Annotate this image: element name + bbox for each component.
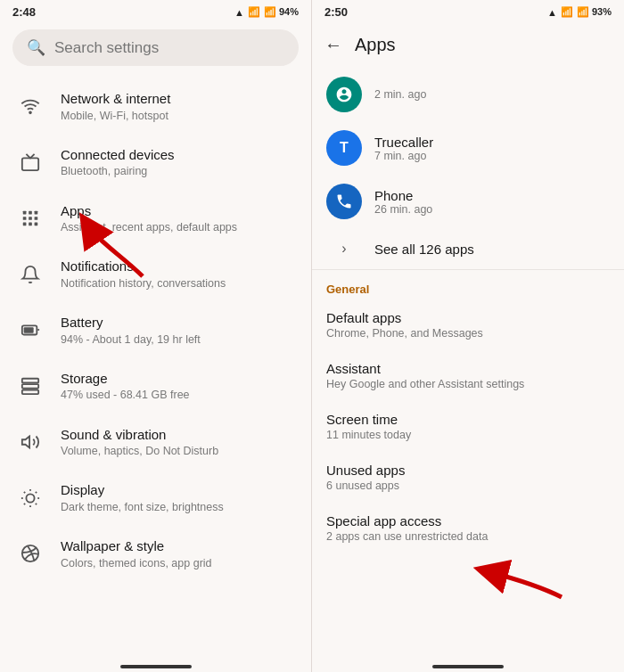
sound-title: Sound & vibration [61, 426, 297, 444]
svg-rect-13 [24, 328, 34, 333]
apps-icon [14, 202, 46, 234]
search-bar-container: 🔍 [0, 22, 311, 75]
network-subtitle: Mobile, Wi-Fi, hotspot [61, 109, 297, 123]
special-access-title: Special app access [326, 513, 610, 529]
settings-item-notifications[interactable]: Notifications Notification history, conv… [0, 246, 311, 302]
apps-title: Apps [61, 202, 297, 220]
sound-subtitle: Volume, haptics, Do Not Disturb [61, 444, 297, 458]
svg-rect-9 [29, 222, 32, 225]
left-signal-icon: ▲ [234, 7, 244, 18]
connected-subtitle: Bluetooth, pairing [61, 164, 297, 178]
settings-item-wallpaper[interactable]: Wallpaper & style Colors, themed icons, … [0, 526, 311, 582]
right-battery-text: 📶 93% [577, 6, 612, 18]
phone-text: Phone 26 min. ago [374, 188, 432, 216]
general-item-special-access[interactable]: Special app access 2 apps can use unrest… [312, 503, 624, 553]
truecaller-time: 7 min. ago [374, 150, 433, 162]
settings-item-apps[interactable]: Apps Assistant, recent apps, default app… [0, 191, 311, 247]
see-all-text: See all 126 apps [374, 242, 474, 257]
app-icon-truecaller: T [326, 130, 362, 166]
status-bar-right: 2:50 ▲ 📶 📶 93% [312, 0, 624, 22]
settings-item-network[interactable]: Network & internet Mobile, Wi-Fi, hotspo… [0, 78, 311, 135]
apps-list: 2 min. ago T Truecaller 7 min. ago Phone… [312, 68, 624, 660]
app-item-truecaller[interactable]: T Truecaller 7 min. ago [312, 121, 624, 175]
general-item-assistant[interactable]: Assistant Hey Google and other Assistant… [312, 350, 624, 401]
battery-text: Battery 94% - About 1 day, 19 hr left [61, 314, 297, 347]
svg-rect-7 [35, 217, 38, 220]
wallpaper-text: Wallpaper & style Colors, themed icons, … [61, 537, 297, 570]
screen-time-subtitle: 11 minutes today [326, 429, 610, 441]
svg-rect-16 [22, 390, 38, 395]
right-panel: 2:50 ▲ 📶 📶 93% ← Apps 2 min. ago T Truec [312, 0, 624, 672]
search-input[interactable] [54, 39, 284, 57]
left-home-indicator [0, 660, 311, 672]
wallpaper-subtitle: Colors, themed icons, app grid [61, 556, 297, 570]
app-item-phone[interactable]: Phone 26 min. ago [312, 175, 624, 228]
notifications-title: Notifications [61, 258, 297, 275]
screen-time-title: Screen time [326, 412, 610, 427]
svg-line-22 [36, 503, 37, 504]
general-item-unused-apps[interactable]: Unused apps 6 unused apps [312, 452, 624, 503]
wallpaper-title: Wallpaper & style [61, 537, 297, 555]
right-time: 2:50 [324, 5, 348, 19]
left-panel: 2:48 ▲ 📶 📶 94% 🔍 Network & internet [0, 0, 312, 672]
sound-text: Sound & vibration Volume, haptics, Do No… [61, 426, 297, 459]
phone-time: 26 min. ago [374, 203, 432, 216]
settings-item-connected[interactable]: Connected devices Bluetooth, pairing [0, 135, 311, 191]
display-title: Display [61, 481, 297, 499]
unused-apps-subtitle: 6 unused apps [326, 479, 610, 492]
assistant-subtitle: Hey Google and other Assistant settings [326, 378, 610, 390]
bell-icon [14, 258, 46, 291]
display-subtitle: Dark theme, font size, brightness [61, 500, 297, 514]
battery-subtitle: 94% - About 1 day, 19 hr left [61, 332, 297, 347]
storage-subtitle: 47% used - 68.41 GB free [61, 388, 297, 402]
right-status-icons: ▲ 📶 📶 93% [547, 6, 612, 18]
svg-rect-14 [22, 379, 38, 383]
general-item-default-apps[interactable]: Default apps Chrome, Phone, and Messages [312, 299, 624, 350]
truecaller-text: Truecaller 7 min. ago [374, 135, 433, 162]
storage-icon [14, 370, 46, 402]
app-icon-phone [326, 184, 362, 219]
svg-rect-8 [23, 222, 27, 225]
app-first-text: 2 min. ago [374, 88, 426, 101]
apps-text: Apps Assistant, recent apps, default app… [61, 202, 297, 235]
connected-title: Connected devices [61, 146, 297, 164]
general-item-screen-time[interactable]: Screen time 11 minutes today [312, 401, 624, 452]
chevron-right-icon: › [326, 241, 362, 257]
see-all-row[interactable]: › See all 126 apps [312, 228, 624, 270]
home-bar-left [120, 665, 192, 668]
svg-rect-10 [35, 222, 38, 225]
apps-header: ← Apps [312, 22, 624, 68]
svg-point-18 [26, 494, 34, 502]
svg-rect-2 [23, 211, 27, 215]
svg-point-0 [29, 112, 31, 114]
settings-item-sound[interactable]: Sound & vibration Volume, haptics, Do No… [0, 414, 311, 471]
phone-name: Phone [374, 188, 432, 203]
svg-rect-1 [22, 159, 38, 171]
settings-item-battery[interactable]: Battery 94% - About 1 day, 19 hr left [0, 302, 311, 358]
svg-line-21 [24, 491, 25, 492]
left-battery-text: 📶 94% [264, 6, 299, 18]
back-button[interactable]: ← [321, 31, 346, 59]
left-status-icons: ▲ 📶 📶 94% [234, 6, 299, 18]
network-title: Network & internet [61, 90, 297, 108]
search-bar[interactable]: 🔍 [12, 29, 299, 66]
svg-marker-17 [22, 436, 29, 447]
svg-rect-15 [22, 384, 38, 389]
status-bar-left: 2:48 ▲ 📶 📶 94% [0, 0, 311, 22]
default-apps-subtitle: Chrome, Phone, and Messages [326, 327, 610, 340]
assistant-title: Assistant [326, 361, 610, 376]
settings-list: Network & internet Mobile, Wi-Fi, hotspo… [0, 75, 311, 660]
app-item-first[interactable]: 2 min. ago [312, 68, 624, 121]
wifi-icon [14, 90, 46, 122]
svg-line-26 [36, 491, 37, 492]
settings-item-storage[interactable]: Storage 47% used - 68.41 GB free [0, 358, 311, 414]
svg-rect-4 [35, 211, 38, 215]
apps-subtitle: Assistant, recent apps, default apps [61, 220, 297, 234]
wallpaper-icon [14, 537, 46, 570]
battery-icon [14, 314, 46, 346]
svg-rect-5 [23, 217, 27, 220]
general-section-label: General [312, 270, 624, 299]
left-wifi-icon: 📶 [248, 6, 260, 18]
settings-item-display[interactable]: Display Dark theme, font size, brightnes… [0, 470, 311, 526]
right-home-indicator [312, 660, 624, 672]
